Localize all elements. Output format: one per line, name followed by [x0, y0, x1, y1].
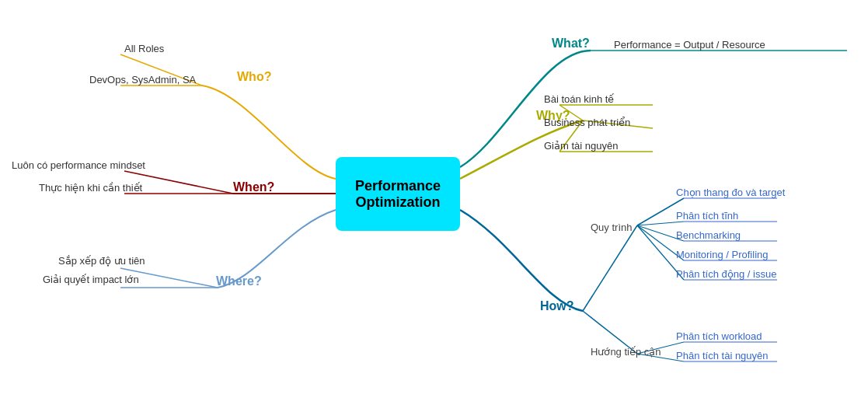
how-htc-item-1: Phân tích workload	[676, 330, 762, 342]
how-quy-item-1: Chọn thang đo và target	[676, 187, 785, 198]
why-item-3: Giảm tài nguyên	[544, 140, 618, 152]
center-label: Performance Optimization	[343, 178, 452, 211]
why-item-2: Business phát triển	[544, 117, 630, 128]
where-item-2: Giải quyết impact lớn	[43, 274, 139, 285]
how-quy-item-5: Phân tích động / issue	[676, 268, 776, 280]
who-item-1: All Roles	[124, 43, 164, 54]
what-item-1: Performance = Output / Resource	[614, 39, 765, 51]
how-htc-item-2: Phân tích tài nguyên	[676, 350, 769, 361]
why-item-1: Bài toán kinh tế	[544, 93, 614, 105]
who-item-2: DevOps, SysAdmin, SA	[89, 74, 196, 86]
how-quy-item-4: Monitoring / Profiling	[676, 249, 769, 260]
where-label: Where?	[216, 274, 262, 288]
how-quy-item-2: Phân tích tĩnh	[676, 210, 738, 222]
huong-tiep-can-label: Hướng tiếp cận	[591, 346, 661, 358]
where-item-1: Sắp xếp độ ưu tiên	[58, 255, 145, 267]
center-node: Performance Optimization	[336, 157, 460, 231]
when-item-1: Luôn có performance mindset	[12, 159, 145, 171]
when-label: When?	[233, 180, 274, 194]
how-label: How?	[540, 299, 574, 313]
what-label: What?	[552, 37, 590, 51]
how-quy-item-3: Benchmarking	[676, 229, 741, 241]
who-label: Who?	[237, 70, 271, 84]
when-item-2: Thực hiện khi cần thiết	[39, 182, 142, 194]
quy-trinh-label: Quy trình	[591, 222, 632, 233]
